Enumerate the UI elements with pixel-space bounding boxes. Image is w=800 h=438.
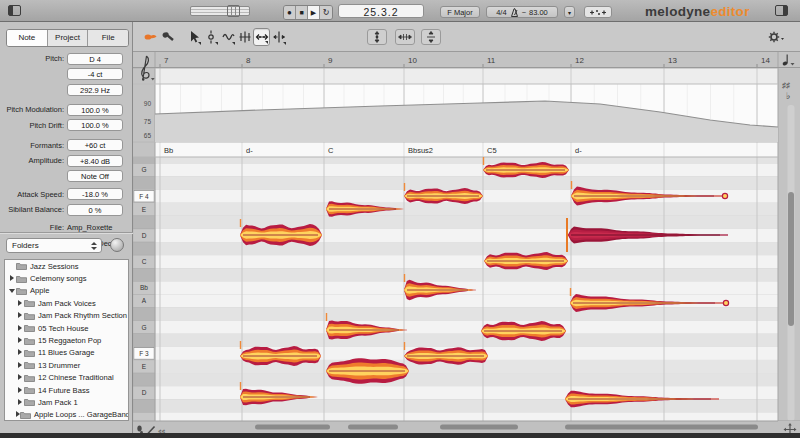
file-value: Amp_Roxette [67, 223, 112, 232]
folders-dropdown[interactable]: Folders [6, 238, 102, 253]
scrollbar-waveform-segment[interactable] [348, 425, 398, 430]
folder-icon [24, 324, 35, 332]
disclosure-right-icon[interactable] [16, 398, 24, 407]
pitch-modulation-field[interactable]: 100.0 % [67, 104, 123, 116]
tempo-options-button[interactable]: ▾ [564, 6, 575, 18]
play-button[interactable]: ▶ [308, 6, 320, 19]
tab-note[interactable]: Note [7, 30, 48, 46]
chord-label[interactable]: C5 [487, 146, 497, 155]
formants-field[interactable]: +60 ct [67, 139, 123, 151]
formant-tool[interactable] [236, 28, 253, 46]
separation-tool[interactable] [270, 28, 287, 46]
timing-tool[interactable] [253, 28, 270, 46]
disclosure-right-icon[interactable] [16, 348, 24, 357]
scrollbar-waveform-segment[interactable] [565, 425, 758, 430]
browser-item[interactable]: Jazz Sessions [5, 260, 128, 272]
browser-item[interactable]: 12 Chinese Traditional [5, 372, 128, 384]
ruler-cell-C#3[interactable] [133, 399, 155, 412]
vibrato-tool[interactable] [219, 28, 236, 46]
zoom-slider-thumb[interactable] [227, 5, 240, 17]
tab-project[interactable]: Project [48, 30, 89, 46]
file-browser: Jazz SessionsCelemony songsAppleJam Pack… [4, 259, 129, 421]
disclosure-right-icon[interactable] [16, 311, 24, 320]
attack-speed-field[interactable]: -18.0 % [67, 188, 123, 200]
key-button[interactable]: F Major [440, 6, 480, 18]
cursor-follow-button[interactable] [367, 29, 387, 45]
pitch-hz-field[interactable]: 292.9 Hz [67, 84, 123, 96]
disclosure-down-icon[interactable] [8, 286, 16, 295]
ruler-cell-B3[interactable] [133, 268, 155, 281]
stop-button[interactable]: ■ [296, 6, 308, 19]
amplitude-field[interactable]: +8.40 dB [67, 155, 123, 167]
browser-item[interactable]: 05 Tech House [5, 322, 128, 334]
chord-label[interactable]: d- [575, 146, 582, 155]
ruler-cell-G#3[interactable] [133, 308, 155, 321]
browser-item[interactable]: Jam Pack 1 [5, 396, 128, 408]
cycle-button[interactable]: ↻ [320, 6, 332, 19]
disclosure-right-icon[interactable] [16, 361, 24, 370]
browser-item[interactable]: Jam Pack Voices [5, 297, 128, 309]
chord-label[interactable]: Bb [164, 146, 173, 155]
pitch-label-F3: F 3 [139, 350, 149, 357]
pitch-tool[interactable] [202, 28, 219, 46]
position-display[interactable]: 25.3.2 [338, 4, 424, 18]
browser-item[interactable]: Jam Pack Rhythm Section [5, 310, 128, 322]
note-off-button[interactable]: Note Off [67, 170, 123, 182]
chord-label[interactable]: C [328, 146, 334, 155]
horizontal-autozoom-button[interactable] [395, 29, 415, 45]
settings-gear-button[interactable] [765, 28, 787, 46]
disclosure-right-icon[interactable] [16, 386, 24, 395]
browser-item[interactable]: Celemony songs [5, 272, 128, 284]
pitch-cents-field[interactable]: -4 ct [67, 68, 123, 80]
note-blob-E3[interactable] [326, 358, 409, 384]
disclosure-right-icon[interactable] [8, 274, 16, 283]
sibilant-balance-field[interactable]: 0 % [67, 204, 123, 216]
pitch-field[interactable]: D 4 [67, 53, 123, 65]
tempo-mode: ~ [522, 8, 526, 17]
scale-snap-icon[interactable]: ♯♯ [782, 81, 790, 90]
ruler-cell-Eb4[interactable] [133, 216, 155, 229]
panel-toggle-icon[interactable] [775, 5, 788, 16]
disclosure-right-icon[interactable] [16, 373, 24, 382]
chord-label[interactable]: d- [246, 146, 253, 155]
formant-tool-icon [238, 29, 252, 45]
sidebar-toggle-icon[interactable] [8, 5, 21, 16]
tempo-value[interactable]: 83.00 [529, 8, 548, 17]
flat-icon[interactable]: ♭ [786, 91, 790, 101]
ruler-cell-F#3[interactable] [133, 334, 155, 347]
browser-item-label: Jazz Sessions [30, 262, 79, 271]
vertical-autozoom-button[interactable] [421, 29, 441, 45]
pitch-drift-field[interactable]: 100.0 % [67, 119, 123, 131]
disclosure-right-icon[interactable] [16, 336, 24, 345]
time-signature[interactable]: 4/4 [496, 8, 506, 17]
browser-item-label: Celemony songs [30, 274, 87, 283]
scrollbar-waveform-segment[interactable] [440, 425, 518, 430]
ruler-cell-Eb3[interactable] [133, 373, 155, 386]
browser-item[interactable]: 14 Future Bass [5, 384, 128, 396]
wrench-tool[interactable] [159, 28, 176, 46]
scrollbar-waveform-segment[interactable] [255, 425, 330, 430]
browser-item-label: 11 Blues Garage [38, 348, 94, 357]
blob-tool[interactable] [141, 28, 158, 46]
disclosure-right-icon[interactable] [16, 324, 24, 333]
ruler-cell-F#4[interactable] [133, 177, 155, 190]
disclosure-right-icon[interactable] [16, 299, 24, 308]
ruler-cell-C#4[interactable] [133, 242, 155, 255]
browser-item[interactable]: 15 Reggaeton Pop [5, 334, 128, 346]
note-inspector-panel: NoteProjectFile Pitch:D 4-4 ct292.9 HzPi… [0, 22, 133, 438]
zoom-slider[interactable] [190, 6, 250, 16]
browser-item[interactable]: 11 Blues Garage [5, 347, 128, 359]
record-button[interactable]: ● [284, 6, 296, 19]
browser-knob[interactable] [110, 238, 124, 252]
tab-file[interactable]: File [88, 30, 128, 46]
chord-label[interactable]: Bbsus2 [408, 146, 433, 155]
browser-item[interactable]: Apple [5, 285, 128, 297]
vertical-scrollbar-thumb[interactable] [788, 192, 794, 326]
tempo-axis-label-65: 65 [144, 132, 152, 139]
tempo-group[interactable]: 4/4 ~ 83.00 [486, 6, 558, 18]
arrow-tool[interactable] [185, 28, 202, 46]
browser-item[interactable]: 13 Drummer [5, 359, 128, 371]
panel-divider [0, 232, 133, 234]
browser-item[interactable]: Apple Loops ... GarageBand [5, 409, 128, 421]
note-assignment-button[interactable] [584, 6, 612, 18]
